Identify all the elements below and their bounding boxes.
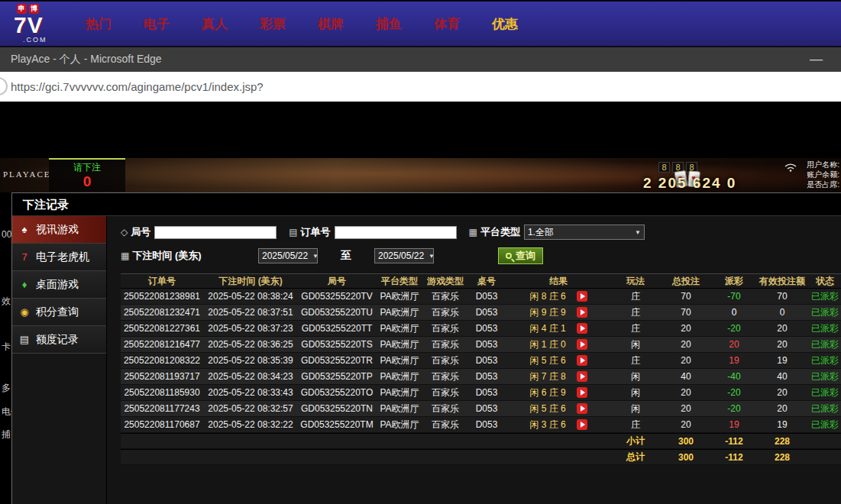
- round-number-input[interactable]: [154, 226, 277, 239]
- subtotal-row-label: 小计: [611, 434, 660, 448]
- sidebar-item-2[interactable]: ♦桌面游戏: [12, 271, 106, 299]
- result-text: 闲 9 庄 9: [529, 306, 565, 319]
- jackpot-counter: 2 205 624 0: [643, 175, 736, 192]
- column-header: 有效投注额: [756, 274, 808, 288]
- nav-item-6[interactable]: 体育: [434, 15, 460, 33]
- subtotal-row: 小计300-112228: [121, 433, 841, 449]
- cell-time: 2025-05-22 08:37:51: [203, 305, 298, 320]
- sidebar-item-label: 电子老虎机: [36, 250, 89, 264]
- site-logo[interactable]: 申 博 7V .COM: [14, 4, 67, 44]
- cell-play: 闲: [611, 337, 660, 352]
- cell-payout: -20: [712, 401, 756, 416]
- cell-order: 250522081208322: [121, 353, 203, 368]
- cell-table: D053: [467, 417, 506, 432]
- nav-item-4[interactable]: 棋牌: [318, 15, 344, 33]
- modal-sidebar: ♠视讯游戏7电子老虎机♦桌面游戏◉积分查询▤额度记录: [12, 216, 107, 504]
- cell-platform: PA欧洲厅: [376, 321, 423, 336]
- cell-status: 已派彩: [808, 401, 841, 416]
- list-icon: ▦: [469, 227, 477, 237]
- black-spacer: [0, 102, 841, 158]
- replay-button[interactable]: [577, 323, 587, 334]
- cell-empty: [376, 450, 423, 464]
- column-header: 局号: [298, 274, 376, 288]
- cell-status: 已派彩: [808, 369, 841, 384]
- nav-item-3[interactable]: 彩票: [260, 15, 286, 33]
- cell-play: 闲: [611, 369, 660, 384]
- address-bar[interactable]: https://gci.7vvvvvv.com/agingame/pcv1/in…: [0, 72, 841, 102]
- slot-digit: 8: [658, 162, 670, 173]
- column-header: 订单号: [121, 274, 203, 288]
- chevron-down-icon: ▼: [308, 253, 319, 260]
- cell-game: 百家乐: [423, 305, 467, 320]
- cell-empty: [423, 434, 467, 448]
- cell-order: 250522081232471: [121, 305, 203, 320]
- cell-table: D053: [467, 321, 506, 336]
- cell-platform: PA欧洲厅: [376, 385, 423, 400]
- cell-round: GD053255220TT: [298, 321, 376, 336]
- cell-table: D053: [467, 289, 506, 304]
- url-text[interactable]: https://gci.7vvvvvv.com/agingame/pcv1/in…: [11, 80, 264, 93]
- bet-time-label: ▦ 下注时间 (美东): [121, 249, 237, 263]
- cell-time: 2025-05-22 08:32:57: [203, 401, 298, 416]
- cell-bet: 20: [660, 401, 712, 416]
- cell-round: GD053255220TM: [298, 417, 376, 432]
- background-text-fragment: 电子: [2, 405, 11, 418]
- window-title: PlayAce - 个人 - Microsoft Edge: [11, 53, 810, 66]
- cell-empty: [121, 450, 203, 464]
- table-row: 2505220811772432025-05-22 08:32:57GD0532…: [121, 401, 841, 417]
- nav-item-5[interactable]: 捕鱼: [376, 15, 402, 33]
- result-text: 闲 7 庄 8: [529, 370, 565, 383]
- sidebar-item-4[interactable]: ▤额度记录: [12, 326, 106, 354]
- nav-item-2[interactable]: 真人: [202, 15, 228, 33]
- total-row-bet: 300: [660, 450, 712, 464]
- search-button[interactable]: 查询: [498, 247, 543, 264]
- sidebar-item-icon: ♦: [18, 279, 31, 290]
- cell-payout: 19: [712, 353, 756, 368]
- replay-button[interactable]: [577, 403, 587, 414]
- chevron-down-icon: ▼: [424, 253, 435, 260]
- table-row: 2505220812083222025-05-22 08:35:39GD0532…: [121, 353, 841, 369]
- modal-body: ♠视讯游戏7电子老虎机♦桌面游戏◉积分查询▤额度记录 ◇ 局号 ▤ 订单号 ▦: [12, 216, 841, 504]
- main-menu: 热门电子真人彩票棋牌捕鱼体育优惠: [86, 15, 518, 33]
- replay-button[interactable]: [577, 419, 587, 430]
- minimize-button[interactable]: —: [810, 52, 823, 67]
- column-header: 状态: [808, 274, 841, 288]
- cell-bet: 70: [660, 289, 712, 304]
- cell-round: GD053255220TO: [298, 385, 376, 400]
- live-casino-strip: PLAYACE 请下注 0 888 2 205 624 0 用户名称:账户余额:…: [0, 158, 841, 192]
- replay-button[interactable]: [577, 371, 587, 382]
- replay-button[interactable]: [577, 339, 587, 350]
- cell-game: 百家乐: [423, 321, 467, 336]
- hud-label: 账户余额:: [807, 170, 839, 179]
- cell-status: 已派彩: [808, 305, 841, 320]
- cell-game: 百家乐: [423, 289, 467, 304]
- cell-result: 闲 7 庄 8: [506, 369, 611, 384]
- replay-button[interactable]: [577, 355, 587, 366]
- sidebar-item-1[interactable]: 7电子老虎机: [12, 244, 106, 271]
- cell-result: 闲 3 庄 6: [506, 417, 611, 432]
- replay-button[interactable]: [577, 387, 587, 398]
- nav-item-1[interactable]: 电子: [144, 15, 170, 33]
- order-number-input[interactable]: [335, 226, 457, 239]
- cell-platform: PA欧洲厅: [376, 417, 423, 432]
- bet-prompt: 请下注: [49, 161, 125, 174]
- date-from-select[interactable]: 2025/05/22 ▼: [258, 248, 318, 263]
- table-row: 2505220811859302025-05-22 08:33:43GD0532…: [121, 385, 841, 401]
- sidebar-item-0[interactable]: ♠视讯游戏: [12, 216, 106, 244]
- subtotal-row-bet: 300: [660, 434, 712, 448]
- sidebar-item-label: 额度记录: [36, 333, 79, 347]
- cell-result: 闲 4 庄 1: [506, 321, 611, 336]
- cell-empty: [808, 450, 841, 464]
- cell-order: 250522081216477: [121, 337, 203, 352]
- table-row: 2505220811706872025-05-22 08:32:22GD0532…: [121, 417, 841, 433]
- nav-item-7[interactable]: 优惠: [492, 15, 518, 33]
- date-to-select[interactable]: 2025/05/22 ▼: [374, 248, 434, 263]
- cell-table: D053: [467, 337, 506, 352]
- cell-order: 250522081185930: [121, 385, 203, 400]
- replay-button[interactable]: [577, 291, 587, 302]
- sidebar-item-3[interactable]: ◉积分查询: [12, 299, 106, 326]
- cell-round: GD053255220TN: [298, 401, 376, 416]
- platform-type-select[interactable]: 1.全部 ▼: [524, 225, 645, 240]
- replay-button[interactable]: [577, 307, 587, 318]
- nav-item-0[interactable]: 热门: [86, 15, 112, 33]
